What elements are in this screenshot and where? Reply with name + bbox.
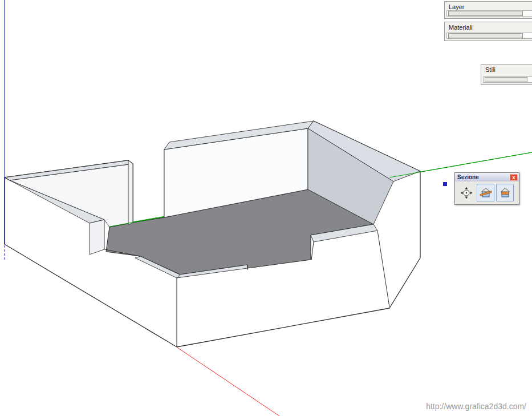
panel-layer-scrollbar[interactable]: [446, 10, 532, 17]
panel-layer-title: Layer: [445, 2, 532, 10]
display-section-cuts-button[interactable]: [496, 184, 514, 201]
section-house-plane-icon: [480, 187, 492, 199]
viewport-3d[interactable]: [0, 0, 532, 416]
panel-stili-title: Stili: [481, 64, 532, 73]
panel-materiali-scrollbar[interactable]: [446, 33, 532, 39]
section-house-cut-icon: [499, 187, 511, 199]
section-toolbar-title: Sezione: [457, 174, 479, 180]
watermark-text: http://www.grafica2d3d.com/: [426, 402, 526, 411]
wall-front-left-endcap[interactable]: [90, 220, 104, 255]
panel-stili-scrollbar[interactable]: [483, 76, 532, 83]
close-icon[interactable]: x: [510, 174, 518, 181]
section-toolbar: Sezione x: [454, 172, 519, 205]
panel-materiali[interactable]: Materiali: [444, 22, 532, 41]
panel-stili[interactable]: Stili: [481, 64, 532, 85]
sketchup-viewport: Layer Materiali Stili Sezione x: [0, 0, 532, 416]
panel-layer[interactable]: Layer: [444, 1, 532, 19]
blue-marker: [443, 182, 447, 186]
scrollbar-thumb[interactable]: [485, 77, 527, 82]
section-plane-icon: [460, 187, 473, 199]
scrollbar-thumb[interactable]: [448, 33, 523, 38]
section-toolbar-titlebar[interactable]: Sezione x: [455, 173, 519, 181]
panel-materiali-title: Materiali: [445, 22, 532, 31]
display-section-planes-button[interactable]: [477, 184, 494, 201]
section-plane-tool-button[interactable]: [457, 184, 475, 201]
wall-left-endcap[interactable]: [128, 160, 133, 225]
red-axis: [177, 348, 279, 416]
scrollbar-thumb[interactable]: [448, 11, 523, 16]
